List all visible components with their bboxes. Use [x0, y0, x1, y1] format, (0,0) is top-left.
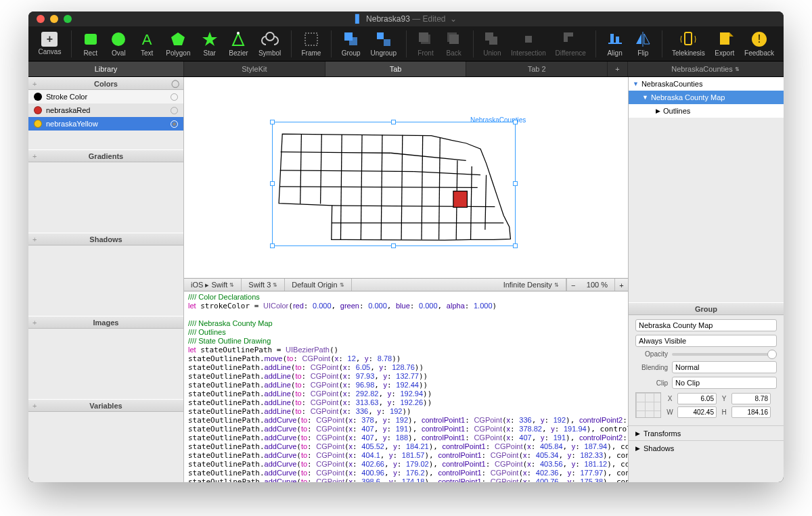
- resize-handle[interactable]: [391, 243, 396, 248]
- export-tool[interactable]: Export: [710, 29, 739, 58]
- swatch-icon: [34, 106, 42, 114]
- svg-rect-15: [525, 36, 532, 43]
- canvas-tool[interactable]: +Canvas: [34, 30, 66, 57]
- svg-rect-12: [419, 32, 428, 42]
- group-section-header: Group: [629, 302, 784, 315]
- swatch-icon: [34, 120, 42, 128]
- difference-tool[interactable]: Difference: [551, 29, 589, 58]
- svg-marker-4: [202, 32, 217, 46]
- flip-tool[interactable]: Flip: [629, 29, 656, 58]
- document-name: Nebraska93: [366, 14, 410, 24]
- front-tool[interactable]: Front: [412, 29, 439, 58]
- star-tool[interactable]: Star: [196, 29, 223, 58]
- document-status: — Edited: [412, 14, 445, 24]
- app-window: ▋ Nebraska93 — Edited ⌄ +Canvas Rect Ova…: [28, 11, 784, 482]
- oval-tool[interactable]: Oval: [106, 29, 133, 58]
- resize-handle[interactable]: [513, 181, 518, 186]
- color-nebraska-yellow[interactable]: nebraskaYellow: [28, 117, 183, 131]
- resize-handle[interactable]: [513, 120, 518, 124]
- telekinesis-tool[interactable]: Telekinesis: [668, 29, 709, 58]
- add-color-icon[interactable]: +: [32, 80, 37, 88]
- shadows-section-header[interactable]: +Shadows: [28, 233, 183, 245]
- blending-label: Blending: [635, 364, 668, 371]
- color-nebraska-red[interactable]: nebraskaRed: [28, 103, 183, 117]
- name-input[interactable]: [635, 319, 777, 331]
- clip-select[interactable]: No Clip: [672, 377, 777, 389]
- canvas[interactable]: NebraskaCounties: [184, 77, 628, 278]
- symbol-tool[interactable]: Symbol: [254, 29, 285, 58]
- swatch-icon: [34, 93, 42, 101]
- resize-handle[interactable]: [270, 243, 275, 248]
- gear-icon[interactable]: ◯: [171, 79, 179, 88]
- h-input[interactable]: [731, 406, 771, 418]
- gradients-section-header[interactable]: +Gradients: [28, 149, 183, 162]
- density-selector[interactable]: Infinite Density⇅: [497, 279, 566, 291]
- code-toolbar: iOS ▸ Swift⇅ Swift 3⇅ Default Origin⇅ In…: [184, 278, 628, 291]
- outline-root[interactable]: ▼NebraskaCounties: [629, 77, 784, 91]
- resize-handle[interactable]: [270, 181, 275, 186]
- title-dropdown-icon[interactable]: ⌄: [448, 14, 457, 24]
- stylekit-tab[interactable]: StyleKit: [184, 62, 325, 76]
- svg-point-5: [237, 32, 240, 34]
- resize-handle[interactable]: [270, 120, 275, 124]
- colors-section-header[interactable]: +Colors◯: [28, 77, 183, 90]
- minimize-button[interactable]: [50, 15, 58, 23]
- text-tool[interactable]: AText: [133, 29, 160, 58]
- transforms-section[interactable]: ▶Transforms: [629, 425, 784, 440]
- union-tool[interactable]: Union: [478, 29, 505, 58]
- images-section-header[interactable]: +Images: [28, 316, 183, 329]
- code-view[interactable]: //// Color Declarations let strokeColor …: [184, 291, 628, 482]
- origin-picker[interactable]: [635, 392, 661, 418]
- zoom-out-button[interactable]: −: [566, 279, 580, 291]
- visibility-select[interactable]: Always Visible: [635, 335, 777, 347]
- y-input[interactable]: [731, 393, 771, 404]
- opacity-label: Opacity: [635, 350, 668, 358]
- bezier-tool[interactable]: Bezier: [225, 29, 253, 58]
- variables-section-header[interactable]: +Variables: [28, 399, 183, 412]
- add-tab-button[interactable]: +: [608, 62, 628, 76]
- close-button[interactable]: [37, 15, 45, 23]
- resize-handle[interactable]: [391, 120, 396, 124]
- svg-text:!: !: [758, 33, 761, 45]
- library-panel: +Colors◯ Stroke Color nebraskaRed nebras…: [28, 77, 184, 482]
- svg-marker-21: [644, 34, 650, 44]
- svg-marker-24: [729, 32, 734, 37]
- canvas-tab-1[interactable]: Tab: [325, 62, 467, 76]
- frame-tool[interactable]: Frame: [297, 29, 325, 58]
- resize-handle[interactable]: [513, 243, 518, 248]
- rect-tool[interactable]: Rect: [77, 29, 104, 58]
- titlebar: ▋ Nebraska93 — Edited ⌄: [28, 11, 784, 26]
- document-tabs: Library StyleKit Tab Tab 2 + NebraskaCou…: [28, 62, 784, 77]
- back-tool[interactable]: Back: [441, 29, 468, 58]
- w-input[interactable]: [677, 406, 717, 418]
- blending-select[interactable]: Normal: [672, 361, 777, 373]
- origin-selector[interactable]: Default Origin⇅: [285, 279, 351, 291]
- zoom-in-button[interactable]: +: [614, 279, 628, 291]
- outline-selected[interactable]: ▼Nebraska County Map: [629, 91, 784, 104]
- window-title: ▋ Nebraska93 — Edited ⌄: [28, 14, 784, 24]
- canvas-tab-2[interactable]: Tab 2: [466, 62, 608, 76]
- highlighted-county: [453, 191, 467, 208]
- feedback-tool[interactable]: !Feedback: [740, 29, 778, 58]
- inspector-title[interactable]: NebraskaCounties ⇅: [628, 62, 784, 76]
- shadows-section[interactable]: ▶Shadows: [629, 440, 784, 455]
- intersection-tool[interactable]: Intersection: [507, 29, 549, 58]
- zoom-button[interactable]: [64, 15, 72, 23]
- outline-child[interactable]: ▶Outlines: [629, 104, 784, 118]
- platform-selector[interactable]: iOS ▸ Swift⇅: [184, 279, 242, 291]
- svg-rect-0: [85, 34, 97, 45]
- svg-rect-10: [384, 39, 390, 46]
- ungroup-tool[interactable]: Ungroup: [366, 29, 401, 58]
- svg-rect-6: [305, 33, 317, 45]
- polygon-tool[interactable]: Polygon: [162, 29, 195, 58]
- x-input[interactable]: [677, 393, 717, 404]
- library-tab[interactable]: Library: [28, 62, 184, 76]
- color-stroke-color[interactable]: Stroke Color: [28, 90, 183, 103]
- group-tool[interactable]: Group: [337, 29, 365, 58]
- align-tool[interactable]: Align: [602, 29, 629, 58]
- opacity-slider[interactable]: [672, 353, 777, 356]
- zoom-value: 100 %: [587, 281, 608, 289]
- svg-rect-18: [616, 37, 619, 43]
- swift-version-selector[interactable]: Swift 3⇅: [242, 279, 285, 291]
- svg-text:A: A: [142, 31, 152, 48]
